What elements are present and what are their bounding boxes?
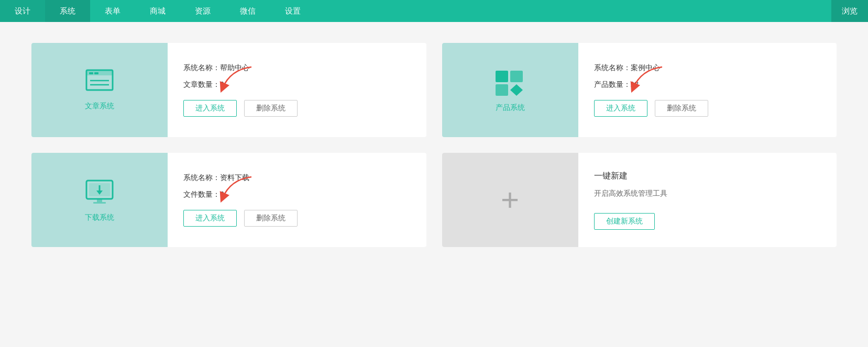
product-delete-button[interactable]: 删除系统 <box>655 100 708 117</box>
article-actions: 进入系统 删除系统 <box>183 100 411 117</box>
product-icon <box>493 68 527 97</box>
article-count: 文章数量：9 <box>183 80 411 89</box>
product-count: 产品数量：18 <box>594 80 821 89</box>
arrow-annotation-1 <box>215 64 257 96</box>
card-product-info: 系统名称：案例中心 产品数量：18 进入系统 删除系统 <box>578 43 837 137</box>
svg-rect-6 <box>496 71 508 82</box>
main-content: 文章系统 系统名称：帮助中心 文章数量：9 进入系统 删除系统 <box>0 22 868 268</box>
download-enter-button[interactable]: 进入系统 <box>183 210 237 227</box>
nav-items: 设计 系统 表单 商城 资源 微信 设置 <box>0 0 831 22</box>
nav-item-form[interactable]: 表单 <box>90 0 135 22</box>
nav-item-settings[interactable]: 设置 <box>270 0 315 22</box>
download-delete-button[interactable]: 删除系统 <box>244 210 298 227</box>
download-actions: 进入系统 删除系统 <box>183 210 411 227</box>
svg-rect-14 <box>97 199 102 202</box>
navbar: 设计 系统 表单 商城 资源 微信 设置 浏览 <box>0 0 868 22</box>
article-delete-button[interactable]: 删除系统 <box>244 100 298 117</box>
card-new-system: + 一键新建 开启高效系统管理工具 创建新系统 <box>442 153 837 247</box>
card-download-info: 系统名称：资料下载 文件数量：6 进入系统 删除系统 <box>168 153 426 247</box>
card-product: 产品系统 系统名称：案例中心 产品数量：18 进入系统 删除系统 <box>442 43 837 137</box>
nav-item-wechat[interactable]: 微信 <box>225 0 270 22</box>
card-article-info: 系统名称：帮助中心 文章数量：9 进入系统 删除系统 <box>168 43 426 137</box>
card-article-icon-area: 文章系统 <box>31 43 168 137</box>
nav-item-design[interactable]: 设计 <box>0 0 45 22</box>
card-download: 下载系统 系统名称：资料下载 文件数量：6 进入系统 删除系统 <box>31 153 426 247</box>
article-label: 文章系统 <box>85 102 114 111</box>
svg-marker-9 <box>510 84 523 96</box>
download-count: 文件数量：6 <box>183 190 411 199</box>
download-icon <box>84 178 115 207</box>
svg-rect-4 <box>89 72 93 74</box>
svg-rect-15 <box>93 202 106 204</box>
article-icon <box>84 69 115 95</box>
nav-item-system[interactable]: 系统 <box>45 0 90 22</box>
product-actions: 进入系统 删除系统 <box>594 100 821 117</box>
product-label: 产品系统 <box>496 103 525 113</box>
product-enter-button[interactable]: 进入系统 <box>594 100 647 117</box>
create-system-button[interactable]: 创建新系统 <box>594 213 655 230</box>
nav-item-shop[interactable]: 商城 <box>135 0 180 22</box>
nav-item-resource[interactable]: 资源 <box>180 0 225 22</box>
card-download-icon-area: 下载系统 <box>31 153 168 247</box>
download-label: 下载系统 <box>85 213 114 222</box>
article-enter-button[interactable]: 进入系统 <box>183 100 237 117</box>
svg-rect-7 <box>510 71 523 82</box>
svg-rect-5 <box>94 72 98 74</box>
card-new-icon-area: + <box>442 153 578 247</box>
plus-icon: + <box>501 184 519 216</box>
arrow-annotation-3 <box>215 174 257 206</box>
new-system-info: 一键新建 开启高效系统管理工具 创建新系统 <box>578 153 837 247</box>
nav-right-browse[interactable]: 浏览 <box>831 0 868 22</box>
new-system-title: 一键新建 <box>594 171 821 182</box>
card-product-icon-area: 产品系统 <box>442 43 578 137</box>
card-article: 文章系统 系统名称：帮助中心 文章数量：9 进入系统 删除系统 <box>31 43 426 137</box>
new-system-subtitle: 开启高效系统管理工具 <box>594 189 821 198</box>
svg-rect-8 <box>496 84 508 96</box>
arrow-annotation-2 <box>625 64 667 96</box>
